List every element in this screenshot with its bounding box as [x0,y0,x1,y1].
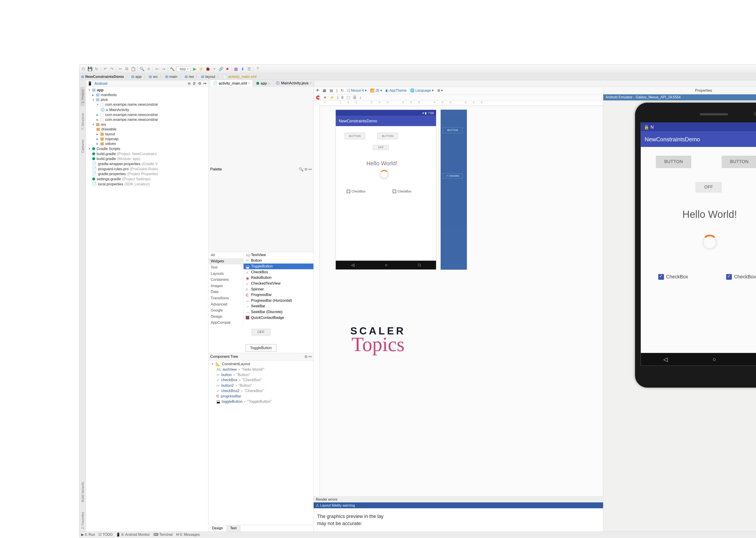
replace-icon[interactable]: ⤭ [146,66,151,71]
close-icon[interactable]: × [248,81,250,85]
palette-item-selected[interactable]: ⬓ToggleButton [244,263,313,269]
tree-lp[interactable]: 📄local.properties (SDK Location) [86,182,209,187]
tab-project[interactable]: 1: Project [80,87,85,106]
palette-group[interactable]: Transitions [209,295,243,301]
palette-group[interactable]: Images [209,283,243,289]
palette-item[interactable]: ✓CheckBox [244,269,313,275]
ctree-item[interactable]: ✓ checkBox - "CheckBox" [209,377,313,383]
tree-mipmap[interactable]: ▶mipmap [86,136,209,141]
paste-icon[interactable]: 📋 [131,66,136,71]
palette-group[interactable]: Containers [209,277,243,283]
align-icon[interactable]: ☰ [353,95,356,100]
emu-button2[interactable]: BUTTON [722,156,756,168]
copy-icon[interactable]: ⧉ [124,66,129,71]
tree-pg[interactable]: 📄proguard-rules.pro (ProGuard Rules [86,166,209,172]
crumb-file[interactable]: 📄 activity_main.xml [222,74,257,79]
both-icon[interactable]: ▤ [330,88,333,92]
palette-item[interactable]: —ProgressBar (Horizontal) [244,298,313,303]
structure-icon[interactable]: ☰ [247,66,252,71]
crumb-res[interactable]: res [184,75,194,79]
close-icon[interactable]: × [268,81,270,85]
save-icon[interactable]: 💾 [88,66,92,71]
tree-values[interactable]: ▶values [86,141,209,146]
help-icon[interactable]: ? [255,66,260,71]
crumb-layout[interactable]: layout [201,75,215,79]
palette-group[interactable]: Widgets [209,258,243,264]
layout-preview[interactable]: ▾ ▮ 7:00 NewConstraintsDemo BUTTON BUTTO… [335,110,436,270]
tree-layout[interactable]: ▶layout [86,132,209,136]
tree-res[interactable]: ▼res [86,122,209,127]
palette-group[interactable]: Design [209,313,243,319]
ctree-item[interactable]: C progressBar [209,394,313,399]
palette-group[interactable]: All [209,252,243,258]
ctree-item[interactable]: ✓ checkBox2 - "CheckBox" [209,388,313,394]
tree-gwp[interactable]: 📄gradle-wrapper.properties (Gradle V [86,161,209,166]
palette-item[interactable]: →SeekBar (Discrete) [244,309,313,315]
tab-terminal[interactable]: ⌨ Terminal [153,532,172,537]
palette-item[interactable]: ◉RadioButton [244,275,313,281]
crumb-main[interactable]: main [165,75,177,79]
theme-combo[interactable]: ◐ AppTheme [385,88,406,92]
orientation-icon[interactable]: ↻ [341,88,344,92]
ctree-item[interactable]: OK button - "Button" [209,372,313,377]
preview-progressbar[interactable] [379,170,389,179]
palette-group[interactable]: Google [209,307,243,313]
crumb-project[interactable]: NewConstraintsDemo [81,75,124,79]
palette-item[interactable]: OKButton [244,258,313,263]
palette-group[interactable]: Layouts [209,270,243,277]
tab-mainactivity-java[interactable]: ⒸMainActivity.java× [273,79,314,86]
project-mode[interactable]: Android [94,81,107,86]
palette-item[interactable]: ≡Spinner [244,286,313,292]
debug-icon[interactable]: 🐞 [206,66,210,71]
variants-icon[interactable]: ⊞ ▾ [437,88,443,92]
tab-build-variants[interactable]: Build Variants [80,479,85,505]
crumb-src[interactable]: src [149,75,158,79]
eye-icon[interactable]: 👁 [316,88,319,92]
scroll-icon[interactable]: ⇵ [193,81,196,86]
stop-icon[interactable]: ■ [225,66,230,71]
tab-messages[interactable]: ✉ 0: Messages [176,532,200,537]
avd-icon[interactable]: ▦ [234,66,239,71]
emulator-navbar[interactable]: ◁○□ [641,353,756,365]
device-combo[interactable]: ◻ Nexus 4 ▾ [347,88,366,92]
tree-mainactivity[interactable]: Ⓒ a MainActivity [86,107,209,113]
language-combo[interactable]: 🌐 Language ▾ [410,88,434,92]
clear-constraints-icon[interactable]: ✕ [323,95,327,100]
run-config-combo[interactable]: app [176,66,190,72]
sync-icon[interactable]: ↻ [94,66,99,71]
render-errors-head[interactable]: Render errors [314,497,603,503]
forward-icon[interactable]: ⇒ [161,66,166,71]
tree-pkg1[interactable]: ▼com.exampe.name.newconstrai [86,102,209,107]
tab-android-monitor[interactable]: 📱 6: Android Monitor [116,532,150,537]
collapse-icon[interactable]: ⊖ [188,81,191,86]
palette-group[interactable]: AppCompat [209,319,243,326]
attach-icon[interactable]: 🔗 [218,66,223,71]
palette-item[interactable]: CProgressBar [244,292,313,298]
nav-back-icon[interactable]: ◁ [663,356,668,363]
redo-icon[interactable]: ↷ [109,66,114,71]
cut-icon[interactable]: ✂ [118,66,123,71]
tree-bg2[interactable]: ⬣build.gradle (Module: app) [86,156,209,162]
ctree-item[interactable]: OK button2 - "Button" [209,383,313,388]
build-icon[interactable]: 🔨 [170,66,175,71]
tree-app[interactable]: ▼app [86,88,209,92]
autoconnect-icon[interactable]: 🧲 [316,95,320,100]
palette-item[interactable]: ✓CheckedTextView [244,281,313,286]
margin-icon[interactable]: 8 [341,95,343,100]
hide-icon[interactable]: ↦ [203,81,207,86]
preview-checkbox1[interactable]: CheckBox [347,189,366,193]
preview-button1[interactable]: BUTTON [345,133,365,139]
tree-bg1[interactable]: ⬣build.gradle (Project: NewConstraint [86,151,209,156]
emu-toggle[interactable]: OFF [695,182,722,192]
emulator-device[interactable]: 🔒 N 📶 🔋 4:17 NewConstraintsDemo BUTTON B… [635,103,756,388]
api-combo[interactable]: 📶 25 ▾ [370,88,382,92]
run-icon[interactable]: ▶ [192,66,197,71]
ctree-root[interactable]: ▼📐 ConstraintLayout [209,361,313,367]
back-icon[interactable]: ⇐ [155,66,160,71]
gear-icon[interactable]: ⚙ [198,81,201,86]
palette-group[interactable]: Text [209,264,243,271]
blueprint-icon[interactable]: ▦ [323,88,326,92]
pack-icon[interactable]: ⬚ [347,95,350,100]
tree-sg[interactable]: ⬣settings.gradle (Project Settings) [86,177,209,182]
tree-scripts[interactable]: ▼⬣Gradle Scripts [86,146,209,151]
